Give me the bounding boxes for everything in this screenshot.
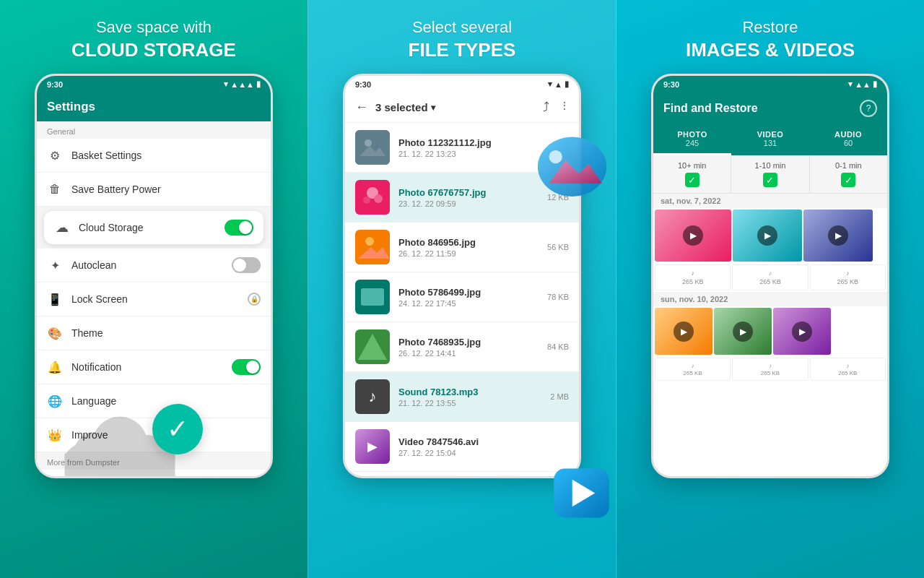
wifi-icon-2: ▾	[548, 79, 552, 89]
file-name: Photo 67676757.jpg	[398, 187, 539, 198]
checkmark-badge: ✓	[152, 404, 203, 454]
signal-icon-3: ▲▲	[855, 80, 871, 89]
file-thumbnail	[355, 329, 390, 364]
play-button[interactable]: ▶	[674, 322, 694, 342]
settings-item-theme[interactable]: 🎨 Theme	[37, 316, 271, 350]
tab-video-label: VIDEO	[734, 130, 806, 139]
tab-video[interactable]: VIDEO 131	[731, 124, 809, 155]
file-date: 24. 12. 22 17:45	[398, 299, 539, 308]
cloud-storage-toggle[interactable]	[225, 220, 253, 236]
panel3-headline-line2: IMAGES & VIDEOS	[686, 38, 855, 63]
play-button[interactable]: ▶	[683, 225, 703, 246]
panel-restore: Restore IMAGES & VIDEOS 9:30 ▾ ▲▲ ▮ Find…	[616, 0, 924, 578]
status-bar-2: 9:30 ▾ ▲ ▮	[345, 76, 579, 92]
media-grid-1: ▶ ▶ ▶	[653, 208, 887, 263]
notification-toggle[interactable]	[232, 359, 261, 375]
file-size: 2 MB	[550, 392, 569, 401]
filter-0to1[interactable]: 0-1 min ✓	[810, 155, 887, 193]
play-button[interactable]: ▶	[733, 322, 753, 342]
music-note-icon: ♪	[691, 269, 694, 277]
media-grid-2: ▶ ▶ ▶	[653, 306, 887, 356]
media-cell[interactable]: ▶	[733, 210, 802, 262]
phone-mockup-1: 9:30 ▾ ▲▲▲ ▮ Settings General ⚙ Basket S…	[35, 74, 273, 478]
media-cell[interactable]: ▶	[803, 210, 873, 262]
file-info: Photo 7468935.jpg 26. 12. 22 14:41	[398, 337, 539, 358]
notification-icon: 🔔	[47, 359, 63, 375]
audio-size: 265 KB	[682, 278, 704, 285]
file-thumbnail	[355, 130, 390, 165]
filter-1to10[interactable]: 1-10 min ✓	[731, 155, 809, 193]
status-time-2: 9:30	[355, 80, 371, 89]
file-item-selected[interactable]: ♪ Sound 78123.mp3 21. 12. 22 13:55 2 MB	[345, 372, 579, 422]
language-icon: 🌐	[47, 393, 63, 409]
blue-image-icon	[529, 134, 609, 206]
svg-point-13	[365, 237, 374, 246]
audio-size: 265 KB	[837, 278, 859, 285]
file-size: 78 KB	[547, 293, 569, 301]
section-date-2: sun, nov. 10, 2022	[653, 292, 887, 306]
file-thumbnail: ▶	[355, 429, 390, 464]
file-name: Sound 78123.mp3	[398, 387, 541, 397]
basket-settings-label: Basket Settings	[71, 150, 261, 161]
help-button[interactable]: ?	[860, 100, 877, 117]
settings-item-autoclean[interactable]: ✦ Autoclean	[37, 249, 271, 282]
audio-size: 265 KB	[759, 278, 781, 285]
file-date: 26. 12. 22 11:59	[398, 249, 539, 258]
file-header: ← 3 selected ▾ ⤴ ⋮	[345, 92, 579, 123]
file-name: Photo 5786499.jpg	[398, 287, 539, 298]
filter-10plus[interactable]: 10+ min ✓	[653, 155, 731, 193]
autoclean-toggle[interactable]	[232, 257, 261, 273]
file-item[interactable]: Photo 7468935.jpg 26. 12. 22 14:41 84 KB	[345, 322, 579, 372]
back-button[interactable]: ←	[355, 100, 368, 115]
media-cell[interactable]: ▶	[655, 308, 712, 355]
panel3-headline-line1: Restore	[742, 18, 798, 36]
panel2-headline: Select several FILE TYPES	[409, 17, 516, 62]
share-icon[interactable]: ⤴	[543, 100, 549, 115]
panel-select-files: Select several FILE TYPES 9:30 ▾ ▲ ▮ ← 3…	[308, 0, 616, 578]
play-button[interactable]: ▶	[828, 225, 848, 246]
file-info: Video 7847546.avi 27. 12. 22 15:04	[398, 436, 569, 457]
restore-header: Find and Restore ?	[653, 92, 887, 124]
media-cell[interactable]: ▶	[773, 308, 831, 355]
audio-cell: ♪ 265 KB	[810, 358, 886, 381]
file-thumbnail	[355, 180, 390, 215]
status-icons-2: ▾ ▲ ▮	[548, 79, 569, 89]
play-button[interactable]: ▶	[757, 225, 777, 246]
tab-photo[interactable]: PHOTO 245	[653, 124, 731, 155]
file-thumbnail	[355, 280, 390, 314]
audio-size: 265 KB	[761, 370, 780, 376]
dropdown-icon[interactable]: ▾	[431, 103, 435, 113]
file-item[interactable]: Photo 5786499.jpg 24. 12. 22 17:45 78 KB	[345, 272, 579, 322]
svg-rect-12	[355, 230, 390, 264]
filter-1to10-check: ✓	[763, 173, 777, 187]
wifi-icon: ▾	[224, 79, 228, 89]
filter-0to1-check: ✓	[841, 173, 855, 187]
media-cell[interactable]: ▶	[655, 210, 731, 262]
settings-item-basket[interactable]: ⚙ Basket Settings	[37, 139, 271, 173]
settings-item-lockscreen[interactable]: 📱 Lock Screen 🔒	[37, 282, 271, 316]
svg-point-19	[538, 137, 606, 197]
settings-item-notification[interactable]: 🔔 Notification	[37, 350, 271, 384]
language-label: Language	[71, 395, 261, 407]
battery-label: Save Battery Power	[71, 184, 261, 195]
file-size: 84 KB	[547, 342, 569, 351]
panel2-headline-line2: FILE TYPES	[409, 38, 516, 63]
battery-save-icon: 🗑	[47, 181, 63, 197]
wifi-icon-3: ▾	[848, 79, 853, 89]
file-item[interactable]: ▶ Video 7847546.avi 27. 12. 22 15:04	[345, 422, 579, 472]
cloud-icon: ☁	[54, 220, 70, 236]
autoclean-label: Autoclean	[71, 259, 223, 271]
blue-play-icon	[551, 462, 612, 524]
tab-video-count: 131	[734, 139, 806, 147]
music-icon: ♪	[369, 387, 377, 406]
more-icon[interactable]: ⋮	[559, 100, 569, 115]
lockscreen-icon: 📱	[47, 291, 63, 307]
lockscreen-label: Lock Screen	[71, 293, 239, 305]
play-button[interactable]: ▶	[792, 322, 812, 342]
tab-audio[interactable]: AUDIO 60	[809, 124, 887, 155]
file-header-actions: ⤴ ⋮	[543, 100, 569, 115]
settings-item-battery[interactable]: 🗑 Save Battery Power	[37, 173, 271, 207]
settings-item-cloud[interactable]: ☁ Cloud Storage	[44, 211, 263, 244]
file-item[interactable]: Photo 846956.jpg 26. 12. 22 11:59 56 KB	[345, 223, 579, 272]
media-cell[interactable]: ▶	[714, 308, 772, 355]
